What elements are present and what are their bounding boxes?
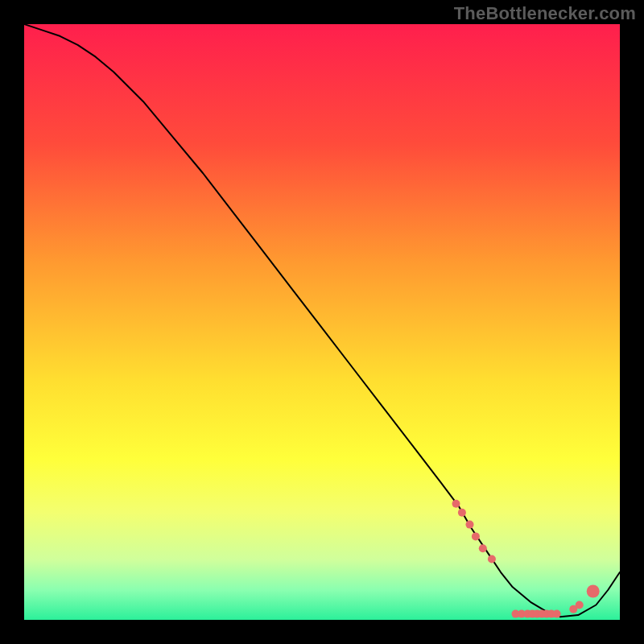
gradient-background [24,24,620,620]
chart-frame: TheBottlenecker.com [0,0,644,644]
highlight-dot [472,532,480,540]
highlight-dot [488,555,496,564]
bottleneck-chart [24,24,620,620]
highlight-dot [587,585,600,598]
highlight-dot [458,509,466,517]
attribution-text: TheBottlenecker.com [454,3,636,24]
highlight-dot [553,610,561,618]
highlight-dot [452,500,460,508]
plot-area [24,24,620,620]
highlight-dot [479,544,487,552]
highlight-dot [576,601,584,609]
highlight-dot [466,521,474,529]
